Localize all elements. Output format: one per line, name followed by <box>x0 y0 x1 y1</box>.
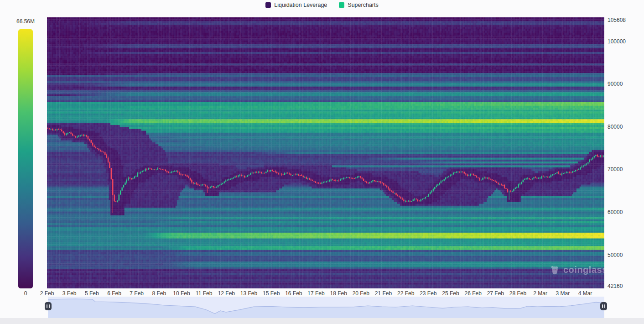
liquidation-leverage-swatch-icon <box>265 2 271 8</box>
date-tick-8-Feb: 8 Feb <box>152 290 166 297</box>
date-tick-7-Feb: 7 Feb <box>130 290 144 297</box>
date-tick-21-Feb: 21 Feb <box>375 290 392 297</box>
date-tick-2-Feb: 2 Feb <box>40 290 54 297</box>
navigator-right-handle[interactable] <box>600 302 607 310</box>
liquidation-heatmap-canvas[interactable] <box>47 17 604 288</box>
date-tick-3-Mar: 3 Mar <box>556 290 570 297</box>
price-tick-100000: 100000 <box>608 38 642 45</box>
price-tick-70000: 70000 <box>608 166 642 172</box>
date-tick-6-Feb: 6 Feb <box>107 290 121 297</box>
date-tick-27-Feb: 27 Feb <box>487 290 504 297</box>
liquidation-heatmap-app: Liquidation LeverageSupercharts 66.56M 0… <box>0 0 644 324</box>
date-tick-23-Feb: 23 Feb <box>420 290 436 297</box>
date-tick-15-Feb: 15 Feb <box>263 290 280 297</box>
date-tick-12-Feb: 12 Feb <box>218 290 235 297</box>
date-tick-16-Feb: 16 Feb <box>285 290 302 297</box>
date-tick-22-Feb: 22 Feb <box>397 290 414 297</box>
date-tick-3-Feb: 3 Feb <box>62 290 77 297</box>
price-tick-60000: 60000 <box>608 209 642 215</box>
legend-item-supercharts[interactable]: Supercharts <box>339 2 378 8</box>
date-tick-11-Feb: 11 Feb <box>196 290 212 297</box>
date-tick-5-Feb: 5 Feb <box>85 290 99 297</box>
price-tick-42160: 42160 <box>608 283 642 289</box>
date-tick-25-Feb: 25 Feb <box>442 290 459 297</box>
date-tick-26-Feb: 26 Feb <box>464 290 481 297</box>
date-tick-4-Mar: 4 Mar <box>578 290 592 297</box>
chart-legend: Liquidation LeverageSupercharts <box>0 2 644 8</box>
date-tick-13-Feb: 13 Feb <box>240 290 257 297</box>
navigator-canvas[interactable] <box>48 297 604 318</box>
legend-label: Supercharts <box>348 2 378 8</box>
price-tick-80000: 80000 <box>608 124 642 130</box>
date-tick-28-Feb: 28 Feb <box>509 290 526 297</box>
range-navigator[interactable] <box>48 297 604 318</box>
date-tick-20-Feb: 20 Feb <box>353 290 369 297</box>
date-tick-10-Feb: 10 Feb <box>173 290 190 297</box>
colorbar-min-label: 0 <box>11 290 40 297</box>
date-tick-17-Feb: 17 Feb <box>307 290 324 297</box>
footer-strip <box>0 318 644 324</box>
colorbar-max-label: 66.56M <box>11 18 40 25</box>
legend-item-liquidation-leverage[interactable]: Liquidation Leverage <box>265 2 327 8</box>
date-tick-2-Mar: 2 Mar <box>533 290 547 297</box>
navigator-left-handle[interactable] <box>45 302 52 310</box>
date-tick-18-Feb: 18 Feb <box>330 290 347 297</box>
price-tick-50000: 50000 <box>608 252 642 258</box>
colorbar-gradient <box>18 29 33 288</box>
supercharts-swatch-icon <box>339 2 344 8</box>
price-tick-105608: 105608 <box>608 17 642 23</box>
legend-label: Liquidation Leverage <box>274 2 327 8</box>
heatmap-plot-area[interactable] <box>47 17 604 288</box>
price-tick-90000: 90000 <box>608 81 642 87</box>
